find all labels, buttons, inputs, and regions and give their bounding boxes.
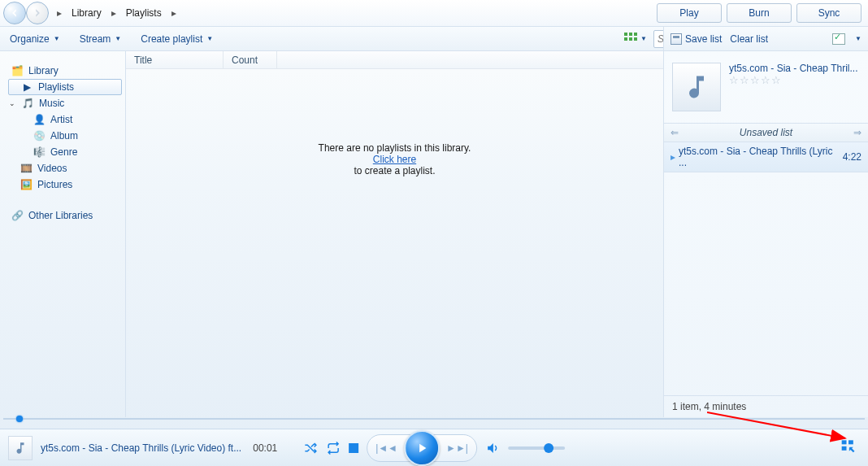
chevron-right-icon[interactable]: ▸ (108, 7, 119, 19)
playlist-header: ⇐ Unsaved list ⇒ (664, 123, 868, 142)
artist-icon: 👤 (33, 113, 46, 126)
svg-rect-2 (842, 446, 847, 451)
genre-icon: 🎼 (33, 146, 46, 159)
column-count[interactable]: Count (224, 51, 277, 68)
player-track-title: yt5s.com - Sia - Cheap Thrills (Lyric Vi… (41, 442, 241, 454)
player-bar: yt5s.com - Sia - Cheap Thrills (Lyric Vi… (0, 429, 868, 466)
sidebar-item-genre[interactable]: 🎼 Genre (8, 144, 122, 160)
playing-indicator-icon: ▸ (671, 151, 675, 163)
now-playing-pane: yt5s.com - Sia - Cheap Thril... ☆☆☆☆☆ ⇐ … (663, 51, 868, 417)
sidebar-item-label: Genre (50, 146, 77, 158)
volume-track (508, 446, 565, 450)
network-icon: 🔗 (11, 209, 24, 222)
back-button[interactable] (3, 2, 26, 24)
transport-cluster: |◄◄ ►►| (367, 434, 477, 462)
chevron-down-icon: ▼ (206, 35, 213, 42)
clear-list-button[interactable]: Clear list (730, 33, 768, 45)
sidebar-item-library[interactable]: 🗂️ Library (8, 63, 122, 79)
svg-rect-0 (842, 440, 847, 444)
sidebar-item-label: Library (28, 65, 59, 76)
rating-stars[interactable]: ☆☆☆☆☆ (729, 74, 858, 86)
create-playlist-link[interactable]: Click here (373, 154, 416, 165)
mute-button[interactable] (485, 441, 500, 455)
column-headers: Title Count (126, 51, 663, 69)
create-playlist-label: Create playlist (141, 33, 202, 45)
chevron-right-icon: ▸ (54, 7, 65, 19)
switch-to-now-playing-button[interactable] (840, 438, 857, 456)
play-button[interactable] (404, 430, 440, 466)
create-playlist-menu[interactable]: Create playlist▼ (137, 31, 216, 47)
sidebar-item-label: Videos (37, 163, 67, 174)
empty-message-line2: to create a playlist. (354, 165, 435, 176)
sidebar-item-videos[interactable]: 🎞️ Videos (8, 160, 122, 176)
empty-message-line1: There are no playlists in this library. (319, 142, 471, 154)
now-playing-title[interactable]: yt5s.com - Sia - Cheap Thril... (729, 63, 858, 74)
pictures-icon: 🖼️ (20, 178, 33, 191)
music-note-icon (682, 72, 711, 102)
music-icon: 🎵 (21, 97, 34, 110)
sidebar-item-label: Pictures (37, 179, 72, 190)
playlist-icon: ▶ (20, 81, 33, 94)
playlist-header-label: Unsaved list (740, 127, 792, 138)
mini-player-icon (840, 438, 857, 454)
player-thumbnail[interactable] (8, 436, 33, 460)
sidebar-item-other-libraries[interactable]: 🔗 Other Libraries (8, 207, 122, 224)
forward-button[interactable] (26, 2, 49, 24)
seek-thumb[interactable] (16, 416, 23, 422)
breadcrumb-playlists[interactable]: Playlists (123, 5, 165, 21)
breadcrumb-library[interactable]: Library (68, 5, 105, 21)
shuffle-icon (303, 441, 318, 455)
save-list-label: Save list (685, 33, 722, 45)
previous-button[interactable]: |◄◄ (372, 442, 401, 454)
chevron-right-icon[interactable]: ▸ (168, 7, 180, 19)
prev-list-button[interactable]: ⇐ (671, 127, 679, 138)
save-list-button[interactable]: Save list (671, 33, 722, 45)
tab-burn[interactable]: Burn (727, 3, 792, 23)
stop-button[interactable] (349, 443, 358, 453)
repeat-button[interactable] (326, 441, 341, 455)
next-list-button[interactable]: ⇒ (853, 127, 861, 138)
player-elapsed-time: 00:01 (253, 442, 277, 454)
main-area: 🗂️ Library ▶ Playlists ⌄ 🎵 Music 👤 Artis… (0, 51, 663, 417)
volume-icon (485, 441, 500, 455)
sidebar-item-label: Other Libraries (28, 210, 93, 221)
sidebar-item-artist[interactable]: 👤 Artist (8, 111, 122, 128)
volume-thumb[interactable] (544, 443, 553, 453)
tab-play[interactable]: Play (657, 3, 722, 23)
seek-track (3, 418, 865, 420)
sidebar-item-playlists[interactable]: ▶ Playlists (8, 79, 122, 95)
sidebar-item-label: Playlists (38, 81, 74, 93)
expand-toggle-icon[interactable]: ⌄ (8, 99, 16, 107)
sidebar-item-label: Artist (50, 114, 72, 125)
sidebar: 🗂️ Library ▶ Playlists ⌄ 🎵 Music 👤 Artis… (0, 51, 126, 417)
organize-label: Organize (10, 33, 50, 45)
volume-slider[interactable] (508, 446, 565, 450)
album-art[interactable] (672, 63, 721, 111)
chevron-down-icon[interactable]: ▼ (855, 35, 861, 42)
arrow-right-icon (32, 7, 43, 19)
playlist-item[interactable]: ▸ yt5s.com - Sia - Cheap Thrills (Lyric … (664, 142, 868, 172)
grid-icon (624, 33, 639, 46)
tab-sync[interactable]: Sync (796, 3, 861, 23)
playlist-item-duration: 4:22 (843, 151, 861, 163)
column-title[interactable]: Title (126, 51, 224, 68)
chevron-down-icon: ▼ (115, 35, 121, 42)
empty-state: There are no playlists in this library. … (126, 69, 663, 417)
stream-menu[interactable]: Stream▼ (76, 31, 125, 47)
shuffle-button[interactable] (303, 441, 318, 455)
sidebar-item-album[interactable]: 💿 Album (8, 128, 122, 144)
view-options-button[interactable]: ▼ (624, 33, 647, 46)
next-button[interactable]: ►►| (443, 442, 471, 454)
repeat-icon (326, 441, 341, 455)
chevron-down-icon: ▼ (54, 35, 60, 42)
sidebar-item-music[interactable]: ⌄ 🎵 Music (8, 95, 122, 111)
list-options-check[interactable] (832, 33, 845, 45)
save-icon (671, 33, 682, 45)
seek-bar[interactable] (3, 416, 865, 422)
organize-menu[interactable]: Organize▼ (7, 31, 63, 47)
music-note-icon (13, 441, 28, 455)
content-area: Title Count There are no playlists in th… (126, 51, 663, 417)
list-toolbar: Save list Clear list ▼ (663, 27, 868, 51)
sidebar-item-pictures[interactable]: 🖼️ Pictures (8, 176, 122, 193)
sidebar-item-label: Music (39, 98, 64, 109)
